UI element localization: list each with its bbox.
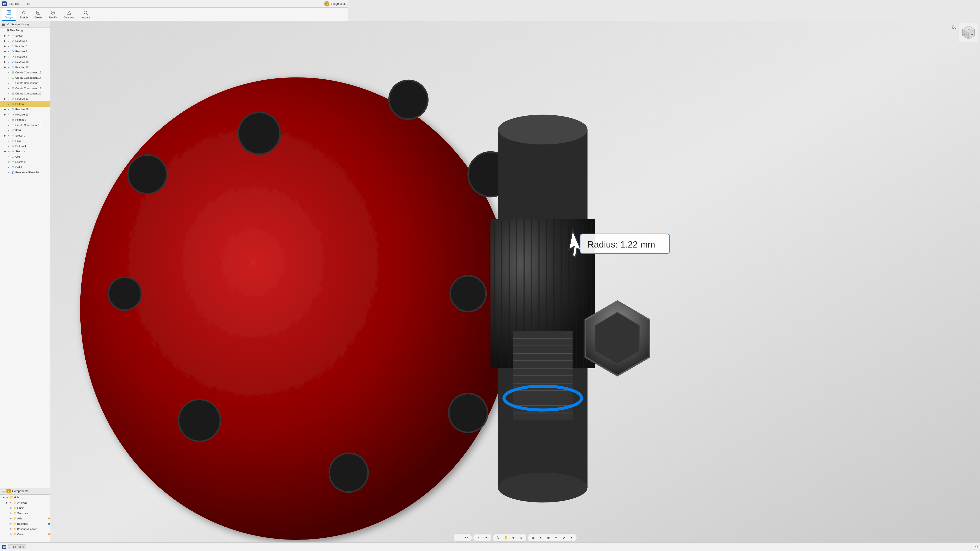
sketch-icon: ✏ [11,34,15,38]
expand-arrow: ▶ [3,97,7,100]
expand-arrow [3,76,7,79]
tree-item-sketch[interactable]: ▶ 👁 ✏ Sketch [0,33,50,38]
expand-arrow: ▶ [3,65,7,69]
vis-icon: ● [7,71,11,74]
expand-arrow [3,102,7,106]
vis-icon: ● [7,97,11,100]
expand-arrow [3,81,7,85]
sketch-icon: ✏ [11,134,15,138]
coil-icon: ⊙ [11,155,15,159]
tree-item-refplane18[interactable]: ● ◧ Reference-Plane 18 [0,170,50,175]
vis-icon: 👁 [7,34,11,37]
vis-icon: 👁 [7,150,11,153]
tab-create-label: Create [35,16,42,19]
tree-item-sketch5[interactable]: 👁 ✏ Sketch 5 [0,159,50,165]
toolbar: Design Sketch Create Modify [0,8,348,21]
expand-arrow: ▶ [3,150,7,153]
tab-inspect[interactable]: Inspect [78,8,92,21]
expand-arrow [3,171,7,174]
tree-item-revolve10[interactable]: ▶ ● ⟳ Revolve 10 [0,59,50,65]
refplane18-label: Reference-Plane 18 [15,171,50,174]
tree-item-pattern4[interactable]: ● ⁞⁞ Pattern 4 [0,143,50,149]
viewport[interactable]: Radius: 1.22 mm TOP LEFT FR [50,21,348,195]
expand-arrow [3,71,7,74]
tree-item-create16[interactable]: ● ⊞ Create Component 16 [0,70,50,75]
expand-arrow: ▶ [3,134,7,137]
revolve-icon: ⟳ [11,55,15,59]
vis-icon: ● [7,144,11,148]
revolve-icon: ⟳ [11,65,15,69]
app-title: Bike Hub [9,2,20,5]
svg-rect-1 [8,11,10,13]
tree-item-create10[interactable]: ● ⊞ Create Component 10 [0,122,50,128]
tab-construct[interactable]: Construct [60,8,78,21]
tree-item-coil1[interactable]: ● ⊙ Coil 1 [0,165,50,170]
fillet-icon: ◜ [11,129,15,132]
history-icon: ☰ [2,22,5,26]
tree-item-revolve17[interactable]: ▶ ● ⟳ Revolve 17 [0,65,50,70]
tree-item-create19[interactable]: ● ⊞ Create Component 19 [0,86,50,91]
vis-icon: ● [7,60,11,64]
pattern4-icon: ⁞⁞ [11,144,15,148]
tree-item-revolve13[interactable]: ▶ ● ⟳ Revolve 13 [0,112,50,117]
revolve1-label: Revolve 1 [15,40,50,42]
tab-create[interactable]: Create [32,8,45,21]
plane-icon: ◧ [11,170,15,174]
sketch4-label: Sketch 4 [15,150,50,153]
titlebar: BH Bike Hub File TC thiago.costa [0,0,348,8]
tree-item-create20[interactable]: ● ⊞ Create Component 20 [0,91,50,96]
vis-icon: ● [7,76,11,79]
pattern-icon: ⁞⁞ [11,102,15,106]
tree-item-revolve2[interactable]: ▶ ● ⟳ Revolve 2 [0,43,50,49]
vis-icon: ● [7,165,11,169]
expand-arrow: ▶ [3,44,7,48]
vis-icon: ● [7,39,11,43]
revolve2-label: Revolve 2 [15,45,50,48]
tab-design[interactable]: Design [2,8,16,21]
create20-label: Create Component 20 [15,92,50,95]
user-area: TC thiago.costa [324,1,347,6]
create10-label: Create Component 10 [15,124,50,127]
new-design-label: New Design [10,29,50,32]
left-panel: ☰ 📌 Design History ⊡ New Design ▶ 👁 ✏ Sk… [0,21,50,195]
tab-construct-label: Construct [64,16,75,19]
tree-item-new-design[interactable]: ⊡ New Design [0,28,50,33]
tree-item-revolve1[interactable]: ▶ ● ⟳ Revolve 1 [0,38,50,43]
vis-icon: ● [7,129,11,132]
revolve-icon: ⟳ [11,60,15,64]
tree-item-revolve3[interactable]: ▶ ● ⟳ Revolve 3 [0,49,50,54]
vis-icon: ● [7,108,11,111]
tree-item-sketch3[interactable]: ▶ 👁 ✏ Sketch 3 [0,133,50,138]
pattern1-icon: ⁞⁞ [11,118,15,122]
tree-item-pattern[interactable]: ● ⁞⁞ Pattern [0,102,50,106]
user-avatar: TC [324,1,329,6]
tab-inspect-label: Inspect [81,16,90,19]
component-icon: ⊞ [11,123,15,127]
tree-item-sketch4[interactable]: ▶ 👁 ✏ Sketch 4 [0,149,50,154]
revolve4-label: Revolve 4 [15,55,50,58]
tab-modify[interactable]: Modify [46,8,60,21]
sketch3-label: Sketch 3 [15,134,50,137]
tree-item-fillet[interactable]: ● ◜ Fillet [0,128,50,133]
tree-item-pattern1[interactable]: ● ⁞⁞ Pattern 1 [0,117,50,122]
expand-arrow: ▶ [3,39,7,43]
expand-arrow [2,29,5,32]
revolve-icon: ⟳ [11,39,15,43]
new-design-icon: ⊡ [6,29,10,32]
file-menu[interactable]: File [24,2,32,6]
expand-arrow: ▶ [3,55,7,58]
tab-sketch[interactable]: Sketch [17,8,30,21]
vis-icon: ● [7,102,11,106]
tree-item-create18[interactable]: ● ⊞ Create Component 18 [0,80,50,86]
vis-icon: ● [7,139,11,143]
pattern1-label: Pattern 1 [15,118,50,121]
tree-item-hole[interactable]: ● ○ Hole [0,138,50,143]
svg-point-14 [128,155,167,194]
tree-item-coil[interactable]: ● ⊙ Coil [0,154,50,159]
expand-arrow [3,87,7,90]
tree-item-revolve4[interactable]: ▶ ● ⟳ Revolve 4 [0,54,50,59]
tree-item-revolve18[interactable]: ▶ ● ⟳ Revolve 18 [0,106,50,112]
revolve11-label: Revolve 11 [15,97,50,100]
tree-item-revolve11[interactable]: ▶ ● ⟳ Revolve 11 [0,96,50,102]
tree-item-create17[interactable]: ● ⊞ Create Component 17 [0,75,50,80]
